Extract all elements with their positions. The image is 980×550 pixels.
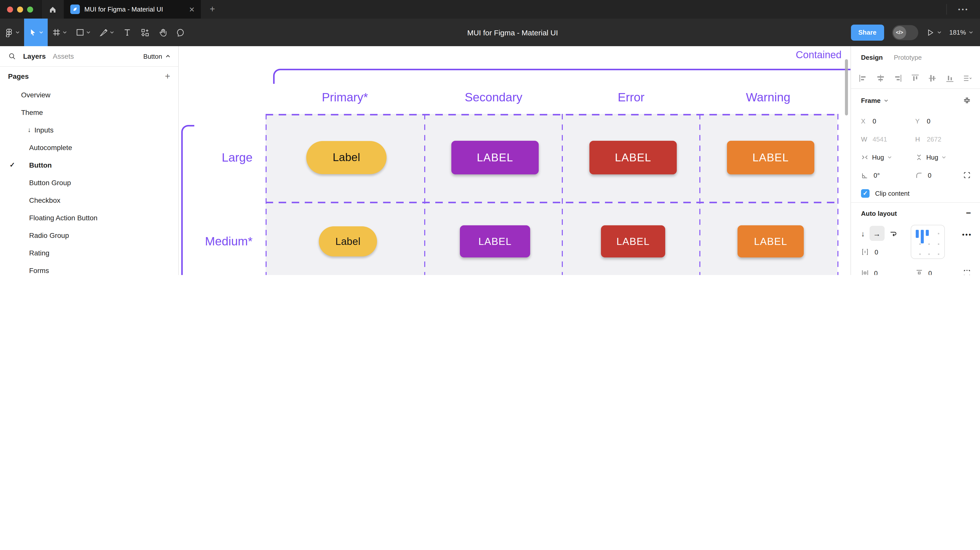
- inspector-tabs: Design Prototype: [851, 46, 980, 68]
- distribute-more-icon[interactable]: [963, 74, 972, 83]
- chevron-down-icon[interactable]: [884, 99, 888, 102]
- wrap-icon[interactable]: [889, 229, 897, 238]
- button-medium-warning[interactable]: LABEL: [738, 225, 804, 258]
- row-label-large[interactable]: Large: [189, 149, 253, 166]
- horizontal-sizing-dropdown[interactable]: Hug: [861, 153, 915, 161]
- search-icon[interactable]: [8, 52, 16, 60]
- column-header-primary[interactable]: Primary*: [322, 90, 368, 104]
- page-item-checkbox[interactable]: Checkbox: [0, 191, 178, 209]
- width-field[interactable]: W4541: [861, 135, 915, 143]
- corner-radius-field[interactable]: 0: [915, 172, 969, 179]
- page-item-forms[interactable]: Forms: [0, 261, 178, 275]
- tab-design[interactable]: Design: [861, 54, 883, 61]
- collapse-panel-icon[interactable]: [963, 96, 971, 104]
- vertical-sizing-dropdown[interactable]: Hug: [915, 153, 969, 161]
- page-label: Forms: [29, 266, 49, 274]
- hand-tool-button[interactable]: [154, 19, 172, 46]
- y-position-field[interactable]: Y0: [915, 117, 969, 125]
- canvas[interactable]: Contained Primary* Secondary Error Warni…: [179, 46, 851, 275]
- zoom-level-control[interactable]: 181%: [950, 29, 973, 36]
- align-horizontal-center-icon[interactable]: [876, 74, 885, 83]
- shape-tool-button[interactable]: [71, 19, 95, 46]
- file-tab[interactable]: MUI for Figma - Material UI ✕: [64, 0, 201, 19]
- dev-mode-toggle[interactable]: </>: [892, 25, 918, 40]
- gap-field[interactable]: 0: [861, 248, 878, 256]
- vertical-padding-field[interactable]: 0: [915, 269, 969, 275]
- zoom-window-button[interactable]: [27, 6, 33, 12]
- page-item-rating[interactable]: Rating: [0, 244, 178, 261]
- page-item-autocomplete[interactable]: Autocomplete: [0, 138, 178, 156]
- horizontal-padding-field[interactable]: 0: [861, 269, 915, 275]
- left-sidebar: Layers Assets Button Pages + Overview Th…: [0, 46, 179, 275]
- current-page-indicator[interactable]: Button: [143, 52, 170, 60]
- close-window-button[interactable]: [7, 6, 13, 12]
- text-tool-button[interactable]: [118, 19, 136, 46]
- button-large-secondary[interactable]: LABEL: [451, 141, 539, 174]
- column-header-error[interactable]: Error: [618, 90, 644, 104]
- auto-layout-more-options[interactable]: •••: [962, 231, 972, 238]
- resources-tool-button[interactable]: [136, 19, 154, 46]
- comment-tool-button[interactable]: [172, 19, 189, 46]
- tab-prototype[interactable]: Prototype: [894, 54, 922, 61]
- x-position-field[interactable]: X0: [861, 117, 915, 125]
- button-large-warning[interactable]: LABEL: [727, 141, 815, 174]
- x-value: 0: [873, 117, 876, 125]
- button-medium-primary[interactable]: Label: [319, 226, 377, 256]
- column-header-warning[interactable]: Warning: [746, 90, 791, 104]
- alignment-widget[interactable]: [911, 225, 945, 259]
- remove-auto-layout-button[interactable]: −: [966, 208, 971, 218]
- minimize-window-button[interactable]: [17, 6, 23, 12]
- share-button[interactable]: Share: [851, 24, 884, 40]
- button-large-error[interactable]: LABEL: [589, 141, 677, 174]
- align-vertical-center-icon[interactable]: [928, 74, 937, 83]
- present-control[interactable]: [926, 29, 941, 37]
- main-menu-button[interactable]: [0, 19, 24, 46]
- gap-icon: [861, 248, 869, 256]
- home-button[interactable]: [41, 0, 64, 19]
- clip-content-checkbox[interactable]: ✓: [861, 189, 870, 197]
- variant-grid-line: [562, 114, 563, 275]
- direction-vertical-icon[interactable]: ↓: [861, 229, 865, 238]
- canvas-scrollbar[interactable]: [845, 59, 848, 115]
- add-page-button[interactable]: +: [165, 72, 170, 81]
- align-bottom-icon[interactable]: [945, 74, 954, 83]
- close-tab-icon[interactable]: ✕: [189, 6, 195, 13]
- horizontal-padding-icon: [861, 269, 869, 275]
- page-item-theme[interactable]: Theme: [0, 103, 178, 121]
- button-medium-secondary[interactable]: LABEL: [460, 225, 530, 258]
- frame-tool-button[interactable]: [48, 19, 71, 46]
- align-left-icon[interactable]: [859, 74, 867, 83]
- tab-assets[interactable]: Assets: [53, 52, 74, 60]
- new-tab-button[interactable]: +: [201, 0, 224, 19]
- direction-horizontal-icon: →: [873, 229, 881, 238]
- button-medium-error[interactable]: LABEL: [601, 225, 665, 258]
- chevron-down-icon: [942, 156, 946, 158]
- height-field[interactable]: H2672: [915, 135, 969, 143]
- pen-tool-button[interactable]: [95, 19, 118, 46]
- pen-tool-icon: [99, 28, 108, 37]
- column-header-secondary[interactable]: Secondary: [465, 90, 522, 104]
- rotation-field[interactable]: 0°: [861, 172, 915, 179]
- direction-horizontal-selected[interactable]: →: [869, 226, 885, 241]
- independent-corners-icon[interactable]: [963, 171, 971, 179]
- row-label-medium[interactable]: Medium*: [189, 233, 253, 250]
- variant-grid-line: [266, 114, 837, 115]
- align-right-icon[interactable]: [893, 74, 902, 83]
- page-item-overview[interactable]: Overview: [0, 86, 178, 103]
- window-menu-button[interactable]: •••: [947, 0, 980, 19]
- page-item-inputs[interactable]: ↓Inputs: [0, 121, 178, 138]
- frame-name-label[interactable]: Contained: [796, 49, 850, 61]
- page-item-button[interactable]: ✓Button: [0, 156, 178, 173]
- page-item-button-group[interactable]: Button Group: [0, 173, 178, 191]
- page-item-fab[interactable]: Floating Action Button: [0, 209, 178, 226]
- button-large-primary[interactable]: Label: [306, 141, 387, 174]
- page-item-radio-group[interactable]: Radio Group: [0, 226, 178, 244]
- file-thumbnail-icon: [70, 5, 80, 14]
- h-value: 2672: [927, 135, 941, 143]
- auto-layout-header: Auto layout −: [851, 203, 980, 224]
- independent-padding-icon[interactable]: [963, 269, 971, 275]
- align-top-icon[interactable]: [910, 74, 920, 83]
- move-tool-button[interactable]: [24, 19, 48, 46]
- tab-layers[interactable]: Layers: [23, 52, 46, 60]
- page-label: Floating Action Button: [29, 213, 97, 221]
